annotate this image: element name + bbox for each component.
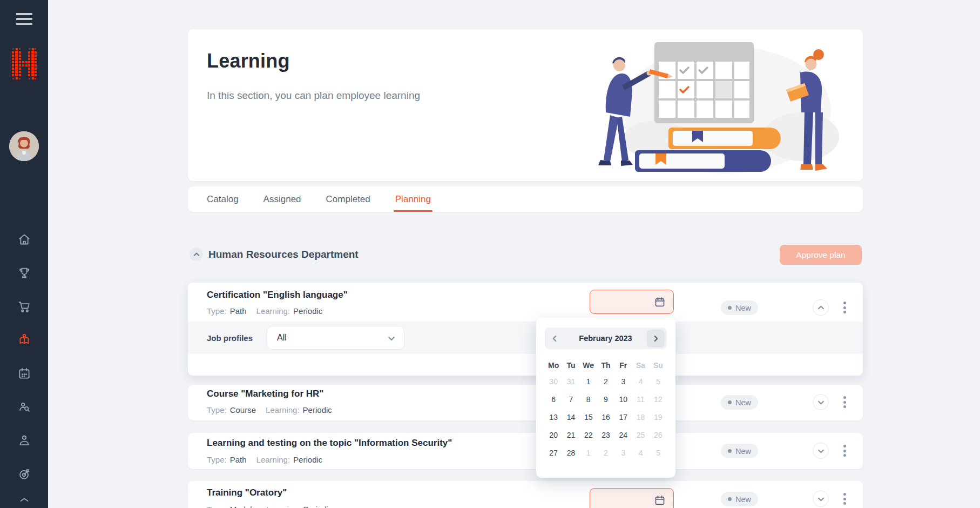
calendar-day[interactable]: 4 (632, 373, 649, 391)
course-card-english-certification: Certification "English language" Type:Pa… (188, 283, 863, 376)
course-menu-button[interactable] (839, 443, 850, 459)
tab-catalog[interactable]: Catalog (207, 186, 239, 212)
sidebar-item-goals[interactable] (16, 466, 32, 482)
due-date-field[interactable] (590, 488, 674, 508)
sidebar-item-store[interactable] (16, 298, 32, 315)
status-badge: New (721, 395, 758, 410)
prev-month-button[interactable] (545, 327, 564, 349)
chevron-left-icon (551, 335, 558, 342)
calendar-day[interactable]: 21 (562, 426, 579, 444)
course-menu-button[interactable] (839, 394, 850, 410)
calendar-day[interactable]: 12 (650, 391, 667, 409)
tab-completed[interactable]: Completed (326, 186, 370, 212)
calendar-day[interactable]: 16 (597, 409, 614, 426)
sidebar-item-achievements[interactable] (16, 265, 32, 281)
type-label: Type: (207, 455, 227, 464)
calendar-day[interactable]: 22 (580, 426, 597, 444)
job-profiles-select[interactable]: All (267, 326, 404, 350)
course-title: Course "Marketing for HR" (207, 389, 323, 399)
chevron-down-icon (817, 496, 824, 503)
calendar-day[interactable]: 13 (545, 409, 562, 426)
menu-icon[interactable] (16, 13, 32, 25)
calendar-day[interactable]: 23 (597, 426, 614, 444)
status-badge: New (721, 444, 758, 458)
calendar-weekdays: MoTuWeThFrSaSu (545, 358, 667, 373)
calendar-day[interactable]: 28 (562, 444, 579, 462)
course-title: Training "Oratory" (207, 487, 287, 498)
calendar-day[interactable]: 1 (580, 373, 597, 391)
sidebar-item-partial[interactable] (0, 495, 48, 508)
date-picker-popup: February 2023 MoTuWeThFrSaSu 30311234567… (536, 318, 675, 478)
sidebar-item-people-search[interactable] (16, 399, 32, 415)
course-menu-button[interactable] (839, 491, 850, 507)
calendar-day[interactable]: 10 (614, 391, 632, 409)
sidebar-nav (0, 231, 48, 482)
type-value: Course (230, 405, 256, 415)
calendar-day[interactable]: 18 (632, 409, 649, 426)
sidebar-item-calendar[interactable] (16, 365, 32, 382)
approve-plan-button[interactable]: Approve plan (780, 245, 862, 265)
calendar-day[interactable]: 7 (562, 391, 579, 409)
expand-course-button[interactable] (813, 394, 829, 410)
calendar-day[interactable]: 8 (580, 391, 597, 409)
calendar-day[interactable]: 26 (650, 426, 667, 444)
learning-value: Periodic (303, 505, 332, 508)
type-value: Module (230, 505, 256, 508)
collapse-section-button[interactable] (190, 248, 203, 261)
expand-course-button[interactable] (813, 491, 829, 507)
calendar-day[interactable]: 5 (650, 444, 667, 462)
type-label: Type: (207, 505, 227, 508)
calendar-day[interactable]: 3 (614, 373, 632, 391)
learning-label: Learning: (266, 405, 300, 415)
calendar-day[interactable]: 11 (632, 391, 649, 409)
job-profiles-row: Job profiles All (188, 322, 863, 354)
course-menu-button[interactable] (839, 299, 850, 316)
calendar-day[interactable]: 3 (614, 444, 632, 462)
type-value: Path (230, 306, 247, 316)
status-text: New (735, 398, 751, 407)
trophy-icon (17, 265, 32, 280)
expand-course-button[interactable] (813, 443, 829, 459)
calendar-day[interactable]: 24 (614, 426, 632, 444)
brand-logo[interactable] (12, 48, 37, 83)
calendar-day[interactable]: 9 (597, 391, 614, 409)
collapse-course-button[interactable] (813, 299, 829, 316)
tab-planning[interactable]: Planning (395, 186, 431, 212)
calendar-day[interactable]: 14 (562, 409, 579, 426)
calendar-day[interactable]: 27 (545, 444, 562, 462)
learning-illustration (569, 37, 850, 177)
calendar-day[interactable]: 1 (580, 444, 597, 462)
calendar-day[interactable]: 4 (632, 444, 649, 462)
sidebar-item-profile[interactable] (16, 432, 32, 449)
calendar-day[interactable]: 17 (614, 409, 632, 426)
weekday-label: Th (597, 358, 614, 373)
calendar-day[interactable]: 19 (650, 409, 667, 426)
course-meta: Type:Module Learning:Periodic (207, 505, 339, 508)
calendar-day[interactable]: 15 (580, 409, 597, 426)
target-icon (17, 466, 32, 482)
calendar-day[interactable]: 2 (597, 373, 614, 391)
chevron-down-icon (817, 447, 824, 454)
calendar-day[interactable]: 30 (545, 373, 562, 391)
learning-value: Periodic (303, 405, 332, 415)
calendar-day[interactable]: 31 (562, 373, 579, 391)
user-avatar[interactable] (9, 131, 39, 161)
cart-icon (17, 299, 32, 314)
calendar-day[interactable]: 20 (545, 426, 562, 444)
calendar-day[interactable]: 25 (632, 426, 649, 444)
chevron-down-icon (388, 335, 395, 342)
calendar-day[interactable]: 5 (650, 373, 667, 391)
course-meta: Type:Path Learning:Periodic (207, 455, 329, 464)
calendar-day[interactable]: 6 (545, 391, 562, 409)
calendar-day[interactable]: 2 (597, 444, 614, 462)
page-subtitle: In this section, you can plan employee l… (207, 90, 420, 102)
sidebar-item-home[interactable] (16, 231, 32, 248)
sidebar-item-learning[interactable] (16, 332, 32, 348)
next-month-button[interactable] (647, 330, 665, 347)
type-label: Type: (207, 306, 227, 316)
learning-value: Periodic (293, 306, 322, 316)
home-icon (17, 232, 32, 247)
learning-label: Learning: (256, 306, 290, 316)
due-date-field[interactable] (590, 290, 674, 314)
tab-assigned[interactable]: Assigned (263, 186, 301, 212)
